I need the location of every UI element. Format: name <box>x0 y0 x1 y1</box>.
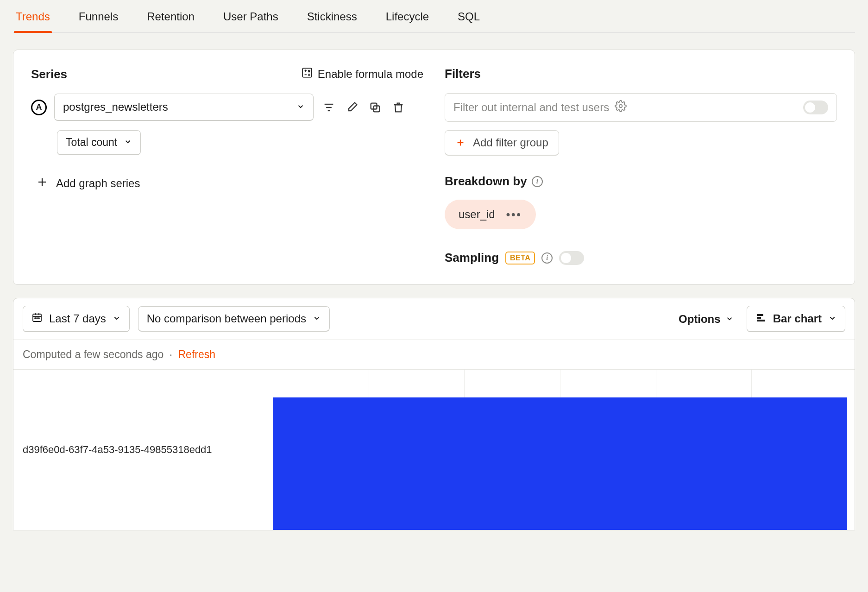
add-series-label: Add graph series <box>56 177 140 190</box>
chart-type-value: Bar chart <box>773 312 822 325</box>
tab-user-paths[interactable]: User Paths <box>221 0 280 32</box>
svg-rect-27 <box>757 320 765 321</box>
chevron-down-icon <box>113 312 121 325</box>
chart-grid <box>273 370 847 530</box>
formula-icon <box>301 67 313 82</box>
add-filter-group-button[interactable]: Add filter group <box>445 130 559 156</box>
filter-placeholder: Filter out internal and test users <box>453 101 609 114</box>
internal-users-filter[interactable]: Filter out internal and test users <box>445 93 837 122</box>
tab-funnels[interactable]: Funnels <box>77 0 120 32</box>
chart-type-dropdown[interactable]: Bar chart <box>747 306 845 332</box>
svg-point-15 <box>619 105 623 108</box>
series-title: Series <box>31 67 67 82</box>
info-icon[interactable]: i <box>532 176 543 187</box>
enable-formula-mode-button[interactable]: Enable formula mode <box>301 67 423 82</box>
computed-status: Computed a few seconds ago · Refresh <box>13 340 855 370</box>
tab-trends[interactable]: Trends <box>14 0 52 32</box>
options-dropdown[interactable]: Options <box>674 309 738 329</box>
bar-chart-icon <box>755 312 767 326</box>
compare-value: No comparison between periods <box>147 312 306 325</box>
computed-text: Computed a few seconds ago <box>23 348 164 360</box>
results-panel: Last 7 days No comparison between period… <box>13 298 855 530</box>
results-toolbar: Last 7 days No comparison between period… <box>13 298 855 340</box>
chart-area: d39f6e0d-63f7-4a53-9135-49855318edd1 <box>13 370 855 530</box>
chevron-down-icon <box>828 312 837 325</box>
sampling-toggle[interactable] <box>559 251 584 265</box>
refresh-link[interactable]: Refresh <box>178 348 215 360</box>
svg-point-24 <box>38 318 39 319</box>
svg-rect-25 <box>757 314 763 316</box>
filter-icon-button[interactable] <box>321 100 337 115</box>
chevron-down-icon <box>124 136 132 149</box>
formula-label: Enable formula mode <box>318 68 423 81</box>
add-graph-series-button[interactable]: Add graph series <box>31 175 423 192</box>
series-badge-a: A <box>31 100 47 115</box>
filters-section: Filters Filter out internal and test use… <box>445 67 837 265</box>
date-range-value: Last 7 days <box>49 312 106 325</box>
series-event-value: postgres_newsletters <box>63 101 168 113</box>
rename-icon-button[interactable] <box>344 100 360 115</box>
series-event-dropdown[interactable]: postgres_newsletters <box>54 94 314 121</box>
filters-title: Filters <box>445 67 481 81</box>
svg-rect-0 <box>302 68 312 77</box>
internal-users-toggle[interactable] <box>803 101 828 114</box>
gear-icon[interactable] <box>615 100 627 115</box>
svg-point-23 <box>37 318 38 319</box>
add-filter-label: Add filter group <box>473 136 548 149</box>
compare-dropdown[interactable]: No comparison between periods <box>138 306 330 332</box>
options-label: Options <box>679 313 721 326</box>
date-range-dropdown[interactable]: Last 7 days <box>23 306 130 332</box>
chevron-down-icon <box>296 101 305 113</box>
plus-icon <box>455 138 465 148</box>
chevron-down-icon <box>313 312 321 325</box>
breakdown-title: Breakdown by <box>445 174 527 189</box>
series-section: Series Enable formula mode <box>31 67 423 265</box>
chart-bar[interactable] <box>273 397 847 530</box>
tab-stickiness[interactable]: Stickiness <box>305 0 359 32</box>
insight-tabs: Trends Funnels Retention User Paths Stic… <box>13 0 855 33</box>
plus-icon <box>37 176 48 190</box>
tab-lifecycle[interactable]: Lifecycle <box>384 0 431 32</box>
chevron-down-icon <box>725 313 734 326</box>
sampling-title: Sampling <box>445 251 499 265</box>
chart-category-label: d39f6e0d-63f7-4a53-9135-49855318edd1 <box>13 370 273 530</box>
calendar-icon <box>31 312 43 326</box>
more-icon[interactable]: ••• <box>506 208 522 221</box>
breakdown-property-value: user_id <box>459 208 495 221</box>
tab-sql[interactable]: SQL <box>456 0 482 32</box>
breakdown-property-pill[interactable]: user_id ••• <box>445 200 536 229</box>
tab-retention[interactable]: Retention <box>145 0 196 32</box>
svg-rect-26 <box>757 317 761 319</box>
duplicate-icon-button[interactable] <box>367 100 383 115</box>
aggregation-value: Total count <box>66 136 117 149</box>
info-icon[interactable]: i <box>541 252 553 264</box>
beta-badge: BETA <box>505 252 535 265</box>
svg-point-22 <box>35 318 36 319</box>
config-panel: Series Enable formula mode <box>13 50 855 285</box>
aggregation-dropdown[interactable]: Total count <box>57 130 141 155</box>
delete-icon-button[interactable] <box>390 100 406 115</box>
